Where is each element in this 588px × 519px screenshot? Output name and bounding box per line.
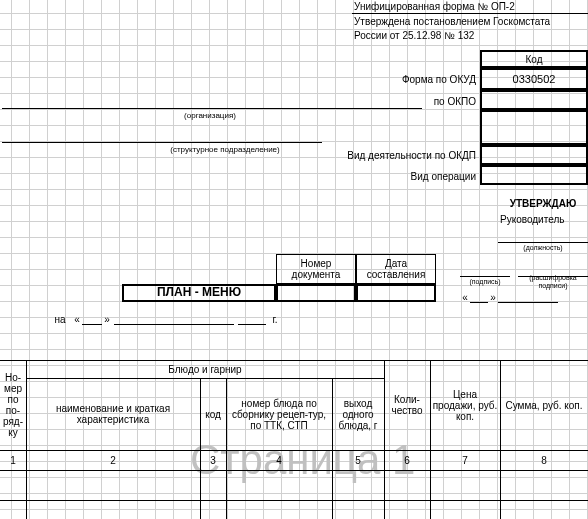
col-sum: Сумма, руб. коп. <box>500 360 588 450</box>
col-no: Но-мер по по-ряд-ку <box>0 360 26 450</box>
row1-col5[interactable] <box>332 470 384 500</box>
row1-col2[interactable] <box>26 470 200 500</box>
row1-col3[interactable] <box>200 470 226 500</box>
post-hint: (должность) <box>498 243 588 253</box>
q1: « <box>460 290 470 304</box>
date-value[interactable] <box>356 284 436 302</box>
okud-value: 0330502 <box>480 68 588 90</box>
okpo-value2[interactable] <box>480 110 588 145</box>
code-title: Код <box>480 50 588 68</box>
na: на <box>50 312 70 326</box>
sign-hint: (подпись) <box>460 277 510 287</box>
decode-hint: (расшифровка подписи) <box>518 277 588 287</box>
oper-label: Вид операции <box>370 167 478 185</box>
row1-col6[interactable] <box>384 470 430 500</box>
row1-col7[interactable] <box>430 470 500 500</box>
approved-line: Утверждена постановлением Госкомстата <box>352 14 588 28</box>
okpo-value[interactable] <box>480 90 588 110</box>
org-hint: (организация) <box>150 110 270 122</box>
row1-col4[interactable] <box>226 470 332 500</box>
col-price: Цена продажи, руб. коп. <box>430 360 500 450</box>
row1-col8[interactable] <box>500 470 588 500</box>
chief: Руководитель <box>498 212 588 226</box>
q4: » <box>102 312 112 326</box>
plan-title: ПЛАН - МЕНЮ <box>122 284 276 302</box>
russia-line: России от 25.12.98 № 132 <box>352 28 588 42</box>
row1-col1[interactable] <box>0 470 26 500</box>
col-group: Блюдо и гарнир <box>26 360 384 378</box>
okdp-label: Вид деятельности по ОКДП <box>320 146 478 164</box>
num-8: 8 <box>500 450 588 470</box>
col-name: наименование и краткая характеристика <box>26 378 200 450</box>
num-2: 2 <box>26 450 200 470</box>
num-5: 5 <box>332 450 384 470</box>
col-code: код <box>200 378 226 450</box>
date-label: Дата составления <box>356 254 436 284</box>
q2: » <box>488 290 498 304</box>
g: г. <box>268 312 282 326</box>
col-qty: Коли-чество <box>384 360 430 450</box>
num-7: 7 <box>430 450 500 470</box>
docnum-value[interactable] <box>276 284 356 302</box>
okud-label: Форма по ОКУД <box>340 70 478 88</box>
col-recipe: номер блюда по сборнику рецеп-тур, по ТТ… <box>226 378 332 450</box>
col-yield: выход одного блюда, г <box>332 378 384 450</box>
docnum-label: Номер документа <box>276 254 356 284</box>
approve: УТВЕРЖДАЮ <box>498 196 588 210</box>
form-line: Унифицированная форма № ОП-2 <box>352 0 588 14</box>
num-4: 4 <box>226 450 332 470</box>
oper-value[interactable] <box>480 165 588 185</box>
q3: « <box>72 312 82 326</box>
stru-hint: (структурное подразделение) <box>150 144 300 156</box>
num-1: 1 <box>0 450 26 470</box>
okdp-value[interactable] <box>480 145 588 165</box>
num-6: 6 <box>384 450 430 470</box>
num-3: 3 <box>200 450 226 470</box>
